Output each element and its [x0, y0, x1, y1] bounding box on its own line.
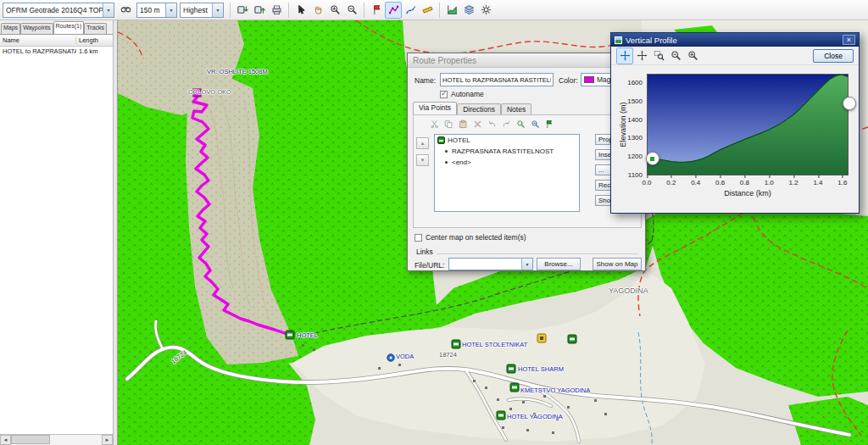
move-up-button[interactable]: ▲ [416, 137, 429, 149]
x-tick-label: 0.2 [666, 179, 676, 186]
horizontal-scrollbar[interactable]: ◄ ► [0, 434, 113, 445]
paste-icon[interactable] [456, 117, 470, 131]
scroll-left-icon[interactable]: ◄ [0, 435, 11, 445]
waypoint-icon-hotel-sharm[interactable] [507, 364, 515, 373]
x-tick-label: 1.4 [813, 179, 822, 186]
redo-icon[interactable] [499, 117, 513, 131]
select-pan-icon[interactable] [616, 47, 633, 64]
center-map-checkbox[interactable]: Center map on selected item(s) [415, 233, 526, 242]
via-dot-icon [445, 161, 448, 164]
waypoint-icon-hotel-stoletnikat[interactable] [452, 340, 460, 348]
map-product-dropdown[interactable]: OFRM Geotrade 2016Q4 TOPO ML▼ [3, 3, 114, 18]
via-point-item[interactable]: <end> [435, 157, 579, 168]
scrollbar-thumb[interactable] [11, 435, 50, 444]
pan-icon[interactable] [633, 47, 650, 64]
find-nearest-icon[interactable] [528, 117, 542, 131]
via-point-item[interactable]: HOTEL [435, 135, 579, 146]
copy-icon[interactable] [442, 117, 455, 131]
autoname-checkbox[interactable]: ✓ Autoname [440, 90, 484, 98]
cut-icon[interactable] [427, 117, 441, 131]
profile-titlebar[interactable]: Vertical Profile × [611, 33, 859, 47]
vertical-profile-window: Vertical Profile × Close Elevation (m) [610, 32, 860, 214]
close-button[interactable]: Close [813, 49, 854, 63]
print-icon[interactable] [268, 2, 285, 19]
route-list-row[interactable]: HOTEL to RAZPRASNATA ...1.6 km [0, 47, 113, 57]
route-flag-icon [649, 156, 655, 162]
sidebar-tabs: MapsWaypointsRoutes(1)Tracks [0, 20, 113, 34]
x-tick-label: 1.6 [837, 179, 847, 186]
waypoint-icon [437, 136, 445, 144]
waypoint-icon-hotel[interactable] [286, 331, 294, 339]
sidebar-splitter[interactable] [113, 20, 118, 445]
y-tick-label: 1100 [628, 171, 643, 179]
measure-tool-icon[interactable] [419, 2, 436, 19]
file-url-dropdown[interactable]: ▼ [448, 258, 533, 270]
settings-icon[interactable] [477, 2, 494, 19]
browse-button[interactable]: Browse... [537, 258, 581, 270]
zoom-scale-dropdown[interactable]: 150 m▼ [136, 3, 177, 18]
zoom-region-icon[interactable] [650, 47, 667, 64]
route-dialog-tab-directions[interactable]: Directions [457, 103, 501, 114]
profile-tool-icon[interactable] [443, 2, 460, 19]
undo-icon[interactable] [485, 117, 498, 131]
profile-plot[interactable] [647, 74, 849, 175]
sidebar-tab-tracks[interactable]: Tracks [84, 23, 107, 34]
find-places-icon[interactable] [117, 2, 134, 19]
send-to-device-icon[interactable] [234, 2, 251, 19]
x-tick-label: 0.0 [642, 179, 651, 186]
route-name-input[interactable] [440, 73, 554, 86]
via-points-list[interactable]: HOTELRAZPRASNATA RASTITELNOST<end> [434, 134, 580, 212]
route-dialog-titlebar[interactable]: Route Properties × [408, 53, 645, 68]
toolbar-separator [439, 3, 440, 18]
scrollbar-track[interactable] [11, 435, 102, 445]
waypoint-icon-lodge[interactable] [568, 335, 576, 343]
layers-icon[interactable] [460, 2, 477, 19]
profile-endpoint-marker[interactable] [646, 152, 659, 165]
waypoint-icon-water[interactable] [387, 354, 394, 361]
zoom-out-tool-icon[interactable] [343, 2, 360, 19]
via-point-item[interactable]: RAZPRASNATA RASTITELNOST [435, 146, 579, 157]
x-tick-label: 0.4 [691, 179, 700, 186]
zoom-in-tool-icon[interactable] [326, 2, 343, 19]
sidebar-tab-routes1[interactable]: Routes(1) [53, 21, 85, 34]
waypoint-icon-kmetstvo[interactable] [510, 383, 519, 392]
waypoint-tool-icon[interactable] [368, 2, 385, 19]
checkbox-icon [415, 234, 422, 242]
move-down-button[interactable]: ▼ [416, 154, 429, 166]
sidebar: MapsWaypointsRoutes(1)Tracks Name Length… [0, 20, 113, 445]
toolbar-separator [364, 3, 364, 18]
waypoint-icon-hotel-yagodina[interactable] [497, 411, 505, 420]
y-tick-label: 1200 [627, 153, 643, 160]
route-start-icon[interactable] [193, 89, 201, 97]
profile-endpoint-marker[interactable] [843, 97, 856, 110]
map-product-value: OFRM Geotrade 2016Q4 TOPO ML [6, 6, 103, 14]
select-tool-icon[interactable] [292, 2, 309, 19]
route-tool-icon[interactable] [385, 2, 402, 19]
column-header-name[interactable]: Name [0, 36, 76, 44]
find-icon[interactable] [514, 117, 527, 131]
detail-level-dropdown[interactable]: Highest▼ [180, 3, 224, 18]
via-points-panel: ▲ ▼ HOTELRAZPRASNATA RASTITELNOST<end> P… [413, 114, 642, 228]
close-icon[interactable]: × [843, 35, 855, 45]
sidebar-tab-maps[interactable]: Maps [1, 23, 20, 34]
track-tool-icon[interactable] [402, 2, 419, 19]
zoom-in-tool-icon[interactable] [684, 47, 701, 64]
locate-icon[interactable] [542, 117, 556, 131]
y-axis-ticks: 110012001300140015001600 [611, 74, 645, 175]
y-tick-label: 1600 [627, 79, 643, 86]
hand-tool-icon[interactable] [309, 2, 326, 19]
waypoint-icon-poi[interactable] [537, 334, 546, 342]
zoom-out-tool-icon[interactable] [667, 47, 684, 64]
route-dialog-tab-via-points[interactable]: Via Points [413, 102, 457, 114]
color-label: Color: [559, 76, 578, 85]
column-header-length[interactable]: Length [76, 36, 113, 44]
scroll-right-icon[interactable]: ► [102, 435, 113, 445]
show-on-map-button[interactable]: Show on Map [593, 258, 642, 270]
sidebar-tab-waypoints[interactable]: Waypoints [20, 23, 53, 34]
links-label: Links [416, 248, 433, 256]
profile-chart-area: Elevation (m) 110012001300140015001600 0… [611, 65, 859, 213]
receive-from-device-icon[interactable] [251, 2, 268, 19]
delete-icon[interactable] [470, 117, 484, 131]
route-dialog-tab-notes[interactable]: Notes [501, 103, 531, 114]
profile-window-title: Vertical Profile [626, 36, 677, 45]
